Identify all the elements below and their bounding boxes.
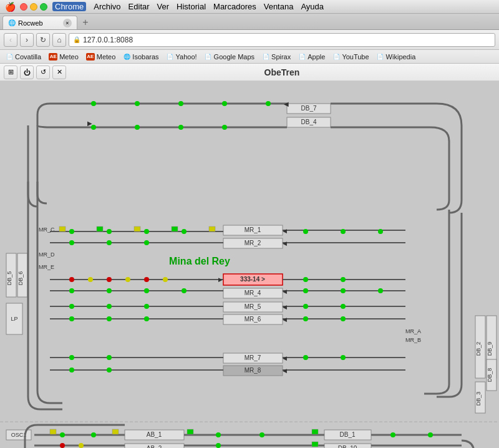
bookmark-yahoo[interactable]: 📄 Yahoo! (163, 52, 200, 61)
svg-point-59 (341, 277, 346, 282)
menu-marcadores[interactable]: Marcadores (213, 2, 256, 11)
minimize-button[interactable] (30, 3, 37, 11)
svg-point-83 (60, 432, 65, 437)
tool-btn-1[interactable]: ⊞ (4, 66, 17, 79)
menu-historial[interactable]: Historial (177, 2, 206, 11)
bookmark-icon-isobaras: 🌐 (123, 53, 130, 61)
label-mr6: MR_6 (245, 316, 261, 323)
svg-point-46 (107, 304, 112, 309)
bookmark-wikipedia[interactable]: 📄 Wikipedia (374, 52, 419, 61)
svg-point-1 (91, 101, 96, 106)
svg-point-62 (378, 288, 383, 293)
bookmark-spirax[interactable]: 📄 Spirax (259, 52, 294, 61)
svg-point-91 (216, 443, 221, 448)
svg-point-38 (125, 277, 130, 282)
bookmark-isobaras[interactable]: 🌐 Isobaras (120, 52, 162, 61)
svg-point-49 (107, 316, 112, 321)
back-button[interactable]: ‹ (4, 33, 17, 47)
tool-btn-4[interactable]: ✕ (52, 66, 66, 79)
svg-point-56 (341, 229, 346, 234)
menu-ver[interactable]: Ver (157, 2, 170, 11)
svg-text:◀: ◀ (283, 316, 287, 323)
svg-rect-99 (312, 442, 318, 447)
label-mr8: MR_8 (245, 367, 261, 374)
svg-point-63 (303, 304, 308, 309)
tab-close-button[interactable]: × (63, 19, 72, 27)
menu-ayuda[interactable]: Ayuda (301, 2, 324, 11)
address-icon: 🔒 (73, 36, 80, 43)
tab-favicon: 🌐 (8, 19, 16, 26)
bookmark-apple[interactable]: 📄 Apple (295, 52, 328, 61)
label-db3: DB_3 (475, 392, 482, 406)
forward-button[interactable]: › (20, 33, 34, 47)
label-mr7: MR_7 (245, 354, 261, 361)
label-ab2: AB_2 (147, 445, 162, 448)
svg-rect-0 (0, 91, 499, 438)
svg-point-90 (259, 432, 264, 437)
label-mr5: MR_5 (245, 303, 261, 310)
label-mra: MR_A (405, 328, 421, 334)
svg-point-50 (144, 316, 149, 321)
svg-rect-77 (59, 226, 65, 231)
svg-rect-78 (97, 226, 103, 231)
bookmark-icon-apple: 📄 (298, 53, 306, 61)
svg-point-89 (216, 432, 221, 437)
svg-point-48 (69, 316, 74, 321)
bookmark-covatilla[interactable]: 📄 Covatilla (2, 52, 44, 61)
svg-rect-80 (172, 226, 178, 231)
page-title: ObeTren (69, 67, 495, 77)
label-db5: DB_5 (6, 271, 12, 286)
tab-rocweb[interactable]: 🌐 Rocweb × (2, 16, 77, 29)
bookmark-icon-yahoo: 📄 (167, 53, 174, 61)
titlebar: 🍎 Chrome Archivo Editar Ver Historial Ma… (0, 0, 499, 14)
close-button[interactable] (20, 3, 27, 11)
svg-rect-96 (112, 429, 119, 434)
maximize-button[interactable] (40, 3, 47, 11)
svg-rect-97 (187, 429, 193, 434)
label-db4: DB_4 (301, 119, 316, 125)
label-db8: DB_8 (487, 368, 493, 382)
label-lp: LP (11, 316, 17, 322)
svg-point-36 (88, 277, 93, 282)
tool-btn-2[interactable]: ⏻ (20, 66, 34, 79)
bookmark-meteo2[interactable]: AE Meteo (83, 52, 119, 61)
svg-point-47 (144, 304, 149, 309)
menu-editar[interactable]: Editar (128, 2, 150, 11)
svg-rect-98 (312, 429, 318, 434)
new-tab-button[interactable]: + (79, 16, 92, 29)
svg-point-68 (341, 355, 346, 360)
label-db9: DB_9 (487, 342, 493, 356)
svg-point-41 (69, 288, 74, 293)
svg-text:◀: ◀ (283, 304, 287, 310)
station-label-mina: Mina del Rey (169, 256, 230, 266)
svg-text:▶: ▶ (87, 120, 92, 127)
bookmark-googlemaps[interactable]: 📄 Google Maps (201, 52, 258, 61)
bookmarks-bar: 📄 Covatilla AE Meteo AE Meteo 🌐 Isobaras… (0, 50, 499, 64)
bookmark-label-youtube: YouTube (342, 53, 369, 61)
bookmark-youtube[interactable]: 📄 YouTube (329, 52, 372, 61)
svg-point-55 (303, 229, 308, 234)
label-mr1: MR_1 (245, 226, 261, 233)
label-mrd: MR_D (39, 251, 55, 258)
home-button[interactable]: ⌂ (52, 33, 66, 47)
bookmark-label-isobaras: Isobaras (132, 53, 158, 61)
bookmark-meteo1[interactable]: AE Meteo (46, 52, 82, 61)
menu-ventana[interactable]: Ventana (264, 2, 294, 11)
svg-point-32 (69, 240, 74, 245)
tool-btn-3[interactable]: ↺ (36, 66, 50, 79)
svg-point-28 (69, 229, 74, 234)
reload-button[interactable]: ↻ (36, 33, 50, 47)
svg-point-40 (163, 277, 168, 282)
svg-point-93 (390, 432, 395, 437)
menu-chrome[interactable]: Chrome (52, 2, 86, 11)
svg-point-60 (303, 288, 308, 293)
bookmark-label-covatilla: Covatilla (15, 53, 41, 61)
apple-menu[interactable]: 🍎 (5, 2, 15, 12)
label-db2: DB_2 (475, 342, 482, 356)
svg-point-84 (91, 432, 96, 437)
address-bar[interactable]: 🔒 127.0.0.1:8088 (69, 33, 495, 47)
subtoolbar: ⊞ ⏻ ↺ ✕ ObeTren (0, 64, 499, 81)
menu-archivo[interactable]: Archivo (94, 2, 120, 11)
bookmark-icon-spirax: 📄 (262, 53, 269, 61)
svg-point-45 (69, 304, 74, 309)
